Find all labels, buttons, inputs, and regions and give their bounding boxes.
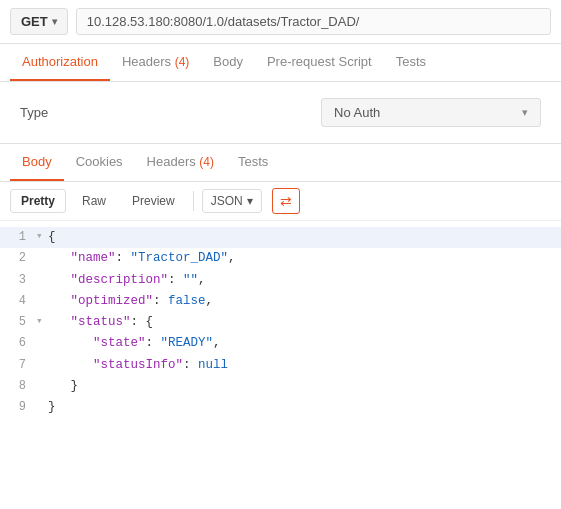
preview-button[interactable]: Preview [122,190,185,212]
json-chevron-icon: ▾ [247,194,253,208]
line-indicator-7 [36,355,48,374]
line-content-4: "optimized": false, [48,291,561,312]
line-indicator-1[interactable]: ▾ [36,227,48,246]
line-content-9: } [48,397,561,418]
line-content-6: "state": "READY", [48,333,561,354]
line-indicator-6 [36,333,48,352]
format-bar: Pretty Raw Preview JSON ▾ ⇄ [0,182,561,221]
response-tabs: Body Cookies Headers (4) Tests [0,144,561,182]
tab-pre-request-script[interactable]: Pre-request Script [255,44,384,81]
code-line-8: 8 } [0,376,561,397]
json-label: JSON [211,194,243,208]
line-num-7: 7 [0,355,36,375]
line-indicator-9 [36,397,48,416]
tab-authorization[interactable]: Authorization [10,44,110,81]
raw-button[interactable]: Raw [72,190,116,212]
tab-tests-label: Tests [396,54,426,69]
auth-chevron-icon: ▾ [522,106,528,119]
auth-type-value: No Auth [334,105,380,120]
resp-tab-cookies[interactable]: Cookies [64,144,135,181]
line-num-1: 1 [0,227,36,247]
auth-row: Type No Auth ▾ [20,98,541,127]
wrap-button[interactable]: ⇄ [272,188,300,214]
code-line-5: 5 ▾ "status": { [0,312,561,333]
code-line-2: 2 "name": "Tractor_DAD", [0,248,561,269]
method-label: GET [21,14,48,29]
line-num-5: 5 [0,312,36,332]
request-tabs: Authorization Headers (4) Body Pre-reque… [0,44,561,82]
line-indicator-2 [36,248,48,267]
format-divider [193,191,194,211]
tab-pre-request-label: Pre-request Script [267,54,372,69]
resp-tab-cookies-label: Cookies [76,154,123,169]
resp-tab-body-label: Body [22,154,52,169]
tab-headers-badge: (4) [175,55,190,69]
pretty-button[interactable]: Pretty [10,189,66,213]
code-line-7: 7 "statusInfo": null [0,355,561,376]
resp-tab-headers-label: Headers [147,154,200,169]
resp-tab-headers-badge: (4) [199,155,214,169]
line-indicator-8 [36,376,48,395]
code-line-9: 9 } [0,397,561,418]
method-chevron-icon: ▾ [52,16,57,27]
line-num-6: 6 [0,333,36,353]
line-content-3: "description": "", [48,270,561,291]
resp-tab-headers[interactable]: Headers (4) [135,144,226,181]
line-num-4: 4 [0,291,36,311]
resp-tab-tests[interactable]: Tests [226,144,280,181]
code-line-3: 3 "description": "", [0,270,561,291]
line-num-9: 9 [0,397,36,417]
auth-type-select[interactable]: No Auth ▾ [321,98,541,127]
line-content-7: "statusInfo": null [48,355,561,376]
line-content-8: } [48,376,561,397]
line-num-8: 8 [0,376,36,396]
tab-tests[interactable]: Tests [384,44,438,81]
auth-type-label: Type [20,105,80,120]
tab-headers-label: Headers [122,54,175,69]
code-line-1: 1 ▾ { [0,227,561,248]
url-input[interactable] [76,8,551,35]
line-num-2: 2 [0,248,36,268]
method-button[interactable]: GET ▾ [10,8,68,35]
resp-tab-body[interactable]: Body [10,144,64,181]
tab-authorization-label: Authorization [22,54,98,69]
tab-body[interactable]: Body [201,44,255,81]
auth-section: Type No Auth ▾ [0,82,561,144]
code-line-4: 4 "optimized": false, [0,291,561,312]
line-num-3: 3 [0,270,36,290]
code-viewer: 1 ▾ { 2 "name": "Tractor_DAD", 3 "descri… [0,221,561,424]
wrap-icon: ⇄ [280,193,292,209]
json-format-select[interactable]: JSON ▾ [202,189,262,213]
url-bar: GET ▾ [0,0,561,44]
line-content-2: "name": "Tractor_DAD", [48,248,561,269]
line-content-5: "status": { [48,312,561,333]
line-indicator-4 [36,291,48,310]
code-line-6: 6 "state": "READY", [0,333,561,354]
tab-body-label: Body [213,54,243,69]
line-indicator-3 [36,270,48,289]
tab-headers[interactable]: Headers (4) [110,44,201,81]
line-content-1: { [48,227,561,248]
resp-tab-tests-label: Tests [238,154,268,169]
line-indicator-5[interactable]: ▾ [36,312,48,331]
